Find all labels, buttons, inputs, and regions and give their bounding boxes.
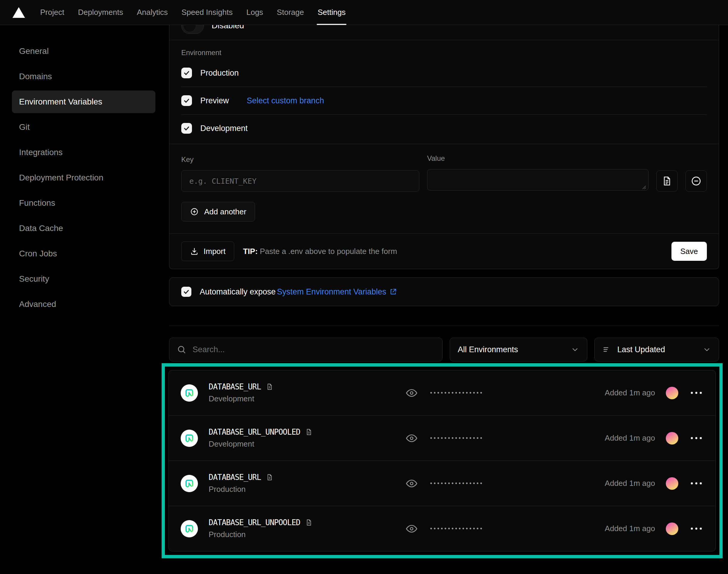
expose-checkbox[interactable] bbox=[181, 287, 191, 297]
environment-filter-select[interactable]: All Environments bbox=[450, 338, 587, 361]
plus-circle-icon bbox=[190, 207, 199, 216]
row-menu-button[interactable] bbox=[689, 390, 703, 396]
neon-integration-icon bbox=[181, 520, 198, 537]
form-footer: Import TIP: Paste a .env above to popula… bbox=[169, 234, 719, 269]
reveal-value-eye-icon[interactable] bbox=[405, 477, 418, 490]
added-timestamp: Added 1m ago bbox=[605, 479, 655, 488]
check-icon bbox=[183, 70, 190, 76]
nav-item-settings[interactable]: Settings bbox=[311, 0, 352, 25]
user-avatar[interactable] bbox=[666, 432, 678, 445]
nav-item-storage[interactable]: Storage bbox=[270, 0, 311, 25]
production-checkbox[interactable] bbox=[181, 68, 192, 78]
reveal-value-eye-icon[interactable] bbox=[405, 432, 418, 445]
env-var-row[interactable]: DATABASE_URL Production ••••••••••••••• … bbox=[169, 461, 716, 506]
env-var-name: DATABASE_URL_UNPOOLED bbox=[209, 427, 300, 437]
env-option-development: Development bbox=[181, 115, 707, 142]
save-button[interactable]: Save bbox=[672, 242, 707, 261]
system-env-variables-link[interactable]: System Environment Variables bbox=[277, 287, 397, 296]
reveal-value-eye-icon[interactable] bbox=[405, 386, 418, 400]
document-icon bbox=[661, 176, 672, 187]
copy-note-icon[interactable] bbox=[266, 474, 273, 481]
env-var-name: DATABASE_URL bbox=[209, 382, 261, 391]
preview-checkbox[interactable] bbox=[181, 95, 192, 106]
env-var-environment: Production bbox=[209, 530, 313, 539]
remove-row-button[interactable] bbox=[685, 170, 707, 192]
select-custom-branch-link[interactable]: Select custom branch bbox=[247, 96, 324, 106]
development-label: Development bbox=[200, 124, 248, 133]
neon-integration-icon bbox=[181, 429, 198, 447]
row-menu-button[interactable] bbox=[689, 526, 703, 531]
row-menu-button[interactable] bbox=[689, 435, 703, 441]
value-input[interactable] bbox=[427, 169, 648, 191]
masked-value: ••••••••••••••• bbox=[430, 390, 484, 396]
neon-integration-icon bbox=[181, 475, 198, 492]
import-label: Import bbox=[204, 247, 226, 256]
nav-item-logs[interactable]: Logs bbox=[240, 0, 270, 25]
env-option-preview: Preview Select custom branch bbox=[181, 87, 707, 114]
search-icon bbox=[176, 344, 186, 355]
check-icon bbox=[183, 97, 190, 104]
paste-env-button[interactable] bbox=[656, 170, 678, 192]
sidebar-item-git[interactable]: Git bbox=[12, 116, 155, 138]
env-var-name: DATABASE_URL_UNPOOLED bbox=[209, 518, 300, 527]
masked-value: ••••••••••••••• bbox=[430, 525, 484, 532]
nav-item-speed-insights[interactable]: Speed Insights bbox=[175, 0, 240, 25]
env-var-row[interactable]: DATABASE_URL Development •••••••••••••••… bbox=[169, 370, 716, 415]
masked-value: ••••••••••••••• bbox=[430, 435, 484, 442]
key-label: Key bbox=[181, 155, 419, 164]
env-var-row[interactable]: DATABASE_URL_UNPOOLED Development ••••••… bbox=[169, 416, 716, 460]
copy-note-icon[interactable] bbox=[266, 383, 273, 391]
system-env-card: Automatically expose System Environment … bbox=[169, 278, 719, 306]
preview-label: Preview bbox=[200, 96, 229, 106]
development-checkbox[interactable] bbox=[181, 123, 192, 134]
env-var-row[interactable]: DATABASE_URL_UNPOOLED Production •••••••… bbox=[169, 506, 716, 551]
check-icon bbox=[183, 288, 189, 295]
sidebar-item-security[interactable]: Security bbox=[12, 268, 155, 290]
sort-lines-icon bbox=[602, 345, 611, 354]
env-var-name: DATABASE_URL bbox=[209, 473, 261, 482]
sidebar-item-domains[interactable]: Domains bbox=[12, 65, 155, 88]
settings-sidebar: General Domains Environment Variables Gi… bbox=[0, 25, 169, 318]
import-button[interactable]: Import bbox=[181, 241, 234, 261]
sidebar-item-cron-jobs[interactable]: Cron Jobs bbox=[12, 242, 155, 265]
nav-item-analytics[interactable]: Analytics bbox=[130, 0, 175, 25]
nav-item-deployments[interactable]: Deployments bbox=[71, 0, 130, 25]
sidebar-item-advanced[interactable]: Advanced bbox=[12, 293, 155, 316]
value-label: Value bbox=[427, 154, 648, 163]
user-avatar[interactable] bbox=[666, 477, 678, 490]
neon-integration-icon bbox=[181, 384, 198, 402]
user-avatar[interactable] bbox=[666, 387, 678, 399]
add-another-button[interactable]: Add another bbox=[181, 202, 255, 221]
sidebar-item-environment-variables[interactable]: Environment Variables bbox=[12, 90, 155, 113]
environment-section: Environment Production Preview Select cu… bbox=[169, 40, 719, 144]
user-avatar[interactable] bbox=[666, 523, 678, 535]
key-value-form: Key Value bbox=[169, 144, 719, 234]
sidebar-item-integrations[interactable]: Integrations bbox=[12, 141, 155, 164]
sidebar-item-deployment-protection[interactable]: Deployment Protection bbox=[12, 166, 155, 189]
sidebar-item-general[interactable]: General bbox=[12, 40, 155, 63]
sidebar-item-functions[interactable]: Functions bbox=[12, 192, 155, 214]
environment-label: Environment bbox=[181, 48, 707, 57]
sort-select[interactable]: Last Updated bbox=[594, 338, 719, 361]
row-menu-button[interactable] bbox=[689, 481, 703, 486]
env-var-environment: Development bbox=[209, 440, 313, 449]
download-icon bbox=[190, 247, 199, 256]
env-variables-panel: Disabled Environment Production Preview bbox=[169, 25, 719, 558]
added-timestamp: Added 1m ago bbox=[605, 434, 655, 443]
vercel-logo-icon[interactable] bbox=[12, 7, 25, 18]
nav-item-project[interactable]: Project bbox=[33, 0, 71, 25]
check-icon bbox=[183, 125, 190, 132]
env-option-production: Production bbox=[181, 59, 707, 87]
search-input[interactable] bbox=[192, 345, 435, 354]
key-input[interactable] bbox=[181, 170, 419, 192]
masked-value: ••••••••••••••• bbox=[430, 480, 484, 487]
copy-note-icon[interactable] bbox=[305, 519, 313, 526]
env-var-environment: Production bbox=[209, 485, 273, 494]
added-timestamp: Added 1m ago bbox=[605, 524, 655, 533]
copy-note-icon[interactable] bbox=[305, 428, 313, 436]
sidebar-item-data-cache[interactable]: Data Cache bbox=[12, 217, 155, 240]
chevron-down-icon bbox=[571, 345, 579, 354]
highlight-annotation-box: DATABASE_URL Development •••••••••••••••… bbox=[162, 363, 723, 558]
create-env-var-card: Disabled Environment Production Preview bbox=[169, 17, 719, 269]
reveal-value-eye-icon[interactable] bbox=[405, 522, 418, 535]
